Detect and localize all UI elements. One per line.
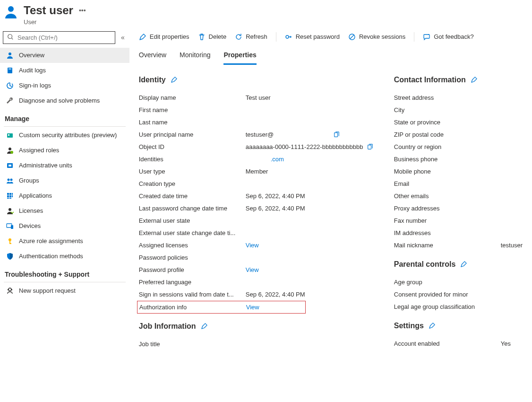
section-identity: Identity xyxy=(139,76,375,84)
view-link[interactable]: View xyxy=(246,266,259,273)
prop-legal: Legal age group classification xyxy=(394,301,523,313)
prop-user-type: User typeMember xyxy=(139,166,375,178)
sidebar-section-manage: Manage xyxy=(0,108,129,125)
prop-age: Age group xyxy=(394,276,523,288)
svg-rect-12 xyxy=(9,165,11,166)
sidebar-item-devices[interactable]: Devices xyxy=(0,218,129,234)
copy-icon[interactable] xyxy=(367,144,373,150)
sidebar-item-label: Administrative units xyxy=(19,162,72,169)
signin-icon xyxy=(6,81,14,90)
prop-pw-policies: Password policies xyxy=(139,252,375,264)
edit-icon[interactable] xyxy=(429,322,436,329)
edit-icon[interactable] xyxy=(460,261,467,268)
edit-icon[interactable] xyxy=(201,323,208,330)
svg-rect-29 xyxy=(8,289,9,290)
view-link[interactable]: View xyxy=(246,304,259,311)
sidebar-item-diagnose[interactable]: Diagnose and solve problems xyxy=(0,93,129,108)
svg-rect-24 xyxy=(11,225,13,229)
prop-assigned-licenses: Assigned licensesView xyxy=(139,239,375,252)
prop-state: State or province xyxy=(394,116,523,129)
prop-auth-info: Authorization infoView xyxy=(137,301,306,314)
svg-point-14 xyxy=(10,178,13,181)
tab-monitoring[interactable]: Monitoring xyxy=(180,48,210,65)
prop-last-name: Last name xyxy=(139,116,375,129)
sidebar-item-label: Custom security attributes (preview) xyxy=(19,131,117,139)
toolbar-separator xyxy=(276,32,276,42)
sidebar-item-azure-roles[interactable]: Azure role assignments xyxy=(0,234,129,249)
sidebar-item-applications[interactable]: Applications xyxy=(0,188,129,203)
sidebar-item-overview[interactable]: Overview xyxy=(0,48,129,63)
sidebar-section-support: Troubleshooting + Support xyxy=(0,264,129,281)
licenses-icon xyxy=(6,207,14,215)
groups-icon xyxy=(6,176,14,185)
prop-value-link[interactable]: .com xyxy=(271,156,284,163)
refresh-icon xyxy=(235,33,242,41)
prop-city: City xyxy=(394,104,523,116)
sidebar: « Overview Audit logs Sign-in logs Diagn… xyxy=(0,26,129,360)
sidebar-item-admin-units[interactable]: Administrative units xyxy=(0,158,129,173)
copy-icon[interactable] xyxy=(333,131,340,138)
prop-country: Country or region xyxy=(394,141,523,153)
sidebar-item-assigned-roles[interactable]: Assigned roles xyxy=(0,143,129,158)
edit-properties-button[interactable]: Edit properties xyxy=(139,33,189,41)
reset-password-button[interactable]: Reset password xyxy=(285,33,340,41)
tabs: Overview Monitoring Properties xyxy=(139,48,523,65)
sidebar-item-signin-logs[interactable]: Sign-in logs xyxy=(0,78,129,93)
sidebar-item-licenses[interactable]: Licenses xyxy=(0,203,129,218)
tab-overview[interactable]: Overview xyxy=(139,48,166,65)
section-title: Identity xyxy=(139,76,166,84)
toolbar-label: Reset password xyxy=(296,33,340,40)
prop-ext-state: External user state xyxy=(139,215,375,227)
svg-rect-22 xyxy=(9,198,11,199)
more-actions-button[interactable]: ••• xyxy=(79,7,86,14)
feedback-button[interactable]: Got feedback? xyxy=(423,33,474,41)
prop-oemails: Other emails xyxy=(394,190,523,202)
sidebar-item-custom-security[interactable]: Custom security attributes (preview) xyxy=(0,128,129,143)
toolbar-label: Revoke sessions xyxy=(359,33,405,40)
search-input[interactable] xyxy=(17,34,111,42)
section-parental: Parental controls xyxy=(394,260,523,269)
edit-icon[interactable] xyxy=(171,76,178,83)
prop-last-pw: Last password change date timeSep 6, 202… xyxy=(139,202,375,215)
sidebar-item-label: Sign-in logs xyxy=(19,82,51,89)
prop-bphone: Business phone xyxy=(394,153,523,166)
prop-value-text: testuser@ xyxy=(246,131,274,138)
sidebar-item-audit-logs[interactable]: Audit logs xyxy=(0,63,129,78)
sidebar-item-groups[interactable]: Groups xyxy=(0,173,129,188)
sidebar-item-label: Overview xyxy=(19,52,44,59)
prop-display-name: Display nameTest user xyxy=(139,92,375,104)
revoke-sessions-button[interactable]: Revoke sessions xyxy=(348,33,405,41)
toolbar: Edit properties Delete Refresh Reset pas… xyxy=(139,29,523,48)
prop-zip: ZIP or postal code xyxy=(394,129,523,141)
sidebar-item-label: New support request xyxy=(19,287,76,294)
prop-pref-lang: Preferred language xyxy=(139,276,375,288)
section-title: Contact Information xyxy=(394,76,466,84)
key-icon xyxy=(6,237,14,245)
refresh-button[interactable]: Refresh xyxy=(235,33,267,41)
sidebar-item-label: Applications xyxy=(19,192,52,199)
search-input-wrapper[interactable] xyxy=(3,31,115,44)
divider xyxy=(4,126,126,127)
edit-icon[interactable] xyxy=(471,76,478,83)
prop-job-title: Job title xyxy=(139,338,375,350)
view-link[interactable]: View xyxy=(246,242,259,249)
prop-email: Email xyxy=(394,178,523,190)
divider xyxy=(4,282,126,282)
delete-button[interactable]: Delete xyxy=(198,33,227,41)
prop-consent: Consent provided for minor xyxy=(394,288,523,301)
section-title: Settings xyxy=(394,322,424,330)
prop-ext-state-change: External user state change date ti... xyxy=(139,227,375,239)
section-job: Job Information xyxy=(139,322,375,331)
tab-properties[interactable]: Properties xyxy=(223,48,256,65)
sidebar-item-label: Assigned roles xyxy=(19,147,59,154)
wrench-icon xyxy=(6,96,14,105)
prop-pw-profile: Password profileView xyxy=(139,264,375,276)
collapse-sidebar-button[interactable]: « xyxy=(119,34,127,41)
svg-rect-21 xyxy=(7,198,9,199)
prop-value-text: aaaaaaaa-0000-1111-2222-bbbbbbbbbbbb xyxy=(246,143,363,150)
prop-proxy: Proxy addresses xyxy=(394,202,523,215)
sidebar-item-label: Audit logs xyxy=(19,67,46,74)
sidebar-item-support-request[interactable]: New support request xyxy=(0,283,129,298)
sidebar-item-auth-methods[interactable]: Authentication methods xyxy=(0,249,129,264)
user-avatar-icon xyxy=(3,4,19,20)
